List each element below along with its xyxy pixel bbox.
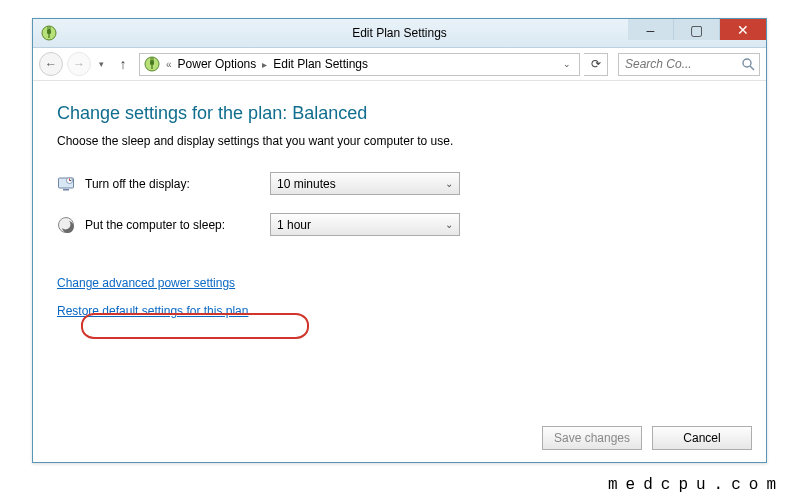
sleep-label: Put the computer to sleep: — [85, 218, 270, 232]
power-options-icon — [41, 25, 57, 41]
arrow-up-icon: ↑ — [120, 56, 127, 72]
chevron-right-icon: ▸ — [260, 59, 269, 70]
title-bar: Edit Plan Settings – ▢ ✕ — [33, 19, 766, 48]
svg-rect-6 — [151, 58, 152, 61]
svg-rect-5 — [150, 60, 154, 65]
arrow-left-icon: ← — [45, 57, 57, 71]
refresh-icon: ⟳ — [591, 57, 601, 71]
svg-line-9 — [750, 66, 754, 70]
setting-row-sleep: Put the computer to sleep: 1 hour ⌄ — [57, 213, 746, 236]
back-button[interactable]: ← — [39, 52, 63, 76]
chevron-down-icon: ⌄ — [563, 59, 571, 69]
forward-button[interactable]: → — [67, 52, 91, 76]
restore-defaults-link[interactable]: Restore default settings for this plan — [57, 304, 248, 318]
chevron-down-icon: ⌄ — [445, 219, 453, 230]
breadcrumb[interactable]: « Power Options ▸ Edit Plan Settings ⌄ — [139, 53, 580, 76]
recent-locations-button[interactable]: ▾ — [95, 52, 107, 76]
nav-bar: ← → ▾ ↑ « Power Options ▸ Edit — [33, 48, 766, 81]
footer-buttons: Save changes Cancel — [542, 426, 752, 450]
close-button[interactable]: ✕ — [720, 19, 766, 40]
sleep-icon — [57, 216, 75, 234]
svg-rect-1 — [47, 29, 51, 34]
chevron-down-icon: ⌄ — [445, 178, 453, 189]
page-title: Change settings for the plan: Balanced — [57, 103, 746, 124]
up-button[interactable]: ↑ — [111, 52, 135, 76]
crumb-edit-plan-settings[interactable]: Edit Plan Settings — [273, 57, 368, 71]
maximize-button[interactable]: ▢ — [674, 19, 720, 40]
power-options-icon — [144, 56, 160, 72]
search-input[interactable] — [619, 54, 759, 75]
content-area: Change settings for the plan: Balanced C… — [33, 81, 766, 328]
cancel-button[interactable]: Cancel — [652, 426, 752, 450]
arrow-right-icon: → — [73, 57, 85, 71]
display-timeout-dropdown[interactable]: 10 minutes ⌄ — [270, 172, 460, 195]
display-label: Turn off the display: — [85, 177, 270, 191]
sleep-timeout-value: 1 hour — [277, 218, 311, 232]
crumb-power-options[interactable]: Power Options — [178, 57, 257, 71]
search-icon — [741, 57, 755, 71]
watermark: medcpu.com — [608, 476, 784, 494]
setting-row-display: Turn off the display: 10 minutes ⌄ — [57, 172, 746, 195]
window-frame: Edit Plan Settings – ▢ ✕ ← → ▾ ↑ — [32, 18, 767, 463]
save-changes-button[interactable]: Save changes — [542, 426, 642, 450]
search-box[interactable] — [618, 53, 760, 76]
chevron-down-icon: ▾ — [99, 59, 104, 69]
svg-point-8 — [743, 59, 751, 67]
svg-rect-11 — [63, 189, 69, 191]
change-advanced-link[interactable]: Change advanced power settings — [57, 276, 235, 290]
page-subtext: Choose the sleep and display settings th… — [57, 134, 746, 148]
window-controls: – ▢ ✕ — [628, 19, 766, 40]
svg-rect-3 — [50, 27, 51, 30]
display-icon — [57, 175, 75, 193]
refresh-button[interactable]: ⟳ — [584, 53, 608, 76]
display-timeout-value: 10 minutes — [277, 177, 336, 191]
svg-rect-7 — [153, 58, 154, 61]
crumb-prefix: « — [164, 59, 174, 70]
minimize-button[interactable]: – — [628, 19, 674, 40]
sleep-timeout-dropdown[interactable]: 1 hour ⌄ — [270, 213, 460, 236]
crumb-history-dropdown[interactable]: ⌄ — [559, 59, 575, 69]
svg-rect-2 — [48, 27, 49, 30]
